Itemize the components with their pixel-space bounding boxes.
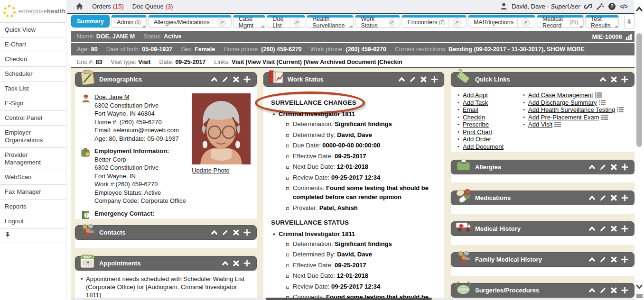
move-icon[interactable] xyxy=(243,76,251,83)
banner-link[interactable]: View Archived Document xyxy=(305,59,379,65)
quick-link-item[interactable]: Add Task xyxy=(457,99,518,107)
banner-link[interactable]: View Visit (Current) xyxy=(247,59,305,65)
edit-icon[interactable] xyxy=(222,229,229,236)
patient-name-link[interactable]: Doe, Jane M xyxy=(94,93,130,100)
quick-link-item[interactable]: Prescribe xyxy=(457,121,518,128)
quick-link-item[interactable]: Add Case Management xyxy=(522,91,630,99)
doc-queue-link[interactable]: Doc Queue(3) xyxy=(132,3,173,10)
tab-mar-injections[interactable]: MAR/Injections xyxy=(468,15,535,27)
quick-link-item[interactable]: Add Pre-Placement Exam xyxy=(522,114,630,121)
close-icon[interactable] xyxy=(610,76,617,83)
sidebar-item[interactable]: Reports xyxy=(0,200,66,214)
move-icon[interactable] xyxy=(621,256,628,263)
tab-case-mgmt[interactable]: Case Mgmt xyxy=(233,15,266,27)
chart-stats-icon[interactable] xyxy=(625,33,633,40)
scroll-up-arrow[interactable] xyxy=(636,6,643,12)
edit-icon[interactable] xyxy=(599,194,607,201)
edit-icon[interactable] xyxy=(222,76,229,83)
help-icon[interactable]: ? xyxy=(608,2,616,10)
sidebar-item[interactable]: Employer Organizations xyxy=(0,126,66,148)
close-icon[interactable] xyxy=(610,287,617,294)
move-icon[interactable] xyxy=(621,287,628,294)
tab-allergies-medications[interactable]: Allergies/Medications xyxy=(148,15,232,27)
popout-icon[interactable] xyxy=(218,18,226,27)
horizontal-scrollbar-thumb[interactable] xyxy=(266,298,432,300)
collapse-icon[interactable] xyxy=(222,260,229,267)
user-name[interactable]: David, Dave - SuperUser xyxy=(512,3,580,10)
quick-link-item[interactable]: Add Appt xyxy=(457,91,518,99)
sidebar-item[interactable]: Task List xyxy=(0,82,66,96)
sidebar-item[interactable]: Quick View xyxy=(0,23,66,37)
scroll-down-arrow[interactable] xyxy=(636,283,643,290)
tab-test-results[interactable]: Test Results xyxy=(585,15,619,27)
sidebar-item[interactable]: E-Chart xyxy=(0,37,66,52)
banner-link[interactable]: Checkin xyxy=(379,59,402,65)
sidebar-item[interactable]: Provider Management xyxy=(0,148,66,170)
edit-icon[interactable] xyxy=(599,256,607,263)
move-icon[interactable] xyxy=(621,164,628,171)
move-icon[interactable] xyxy=(621,76,628,83)
edit-icon[interactable] xyxy=(599,164,607,171)
quick-link-item[interactable]: Add Visit xyxy=(522,121,630,128)
close-icon[interactable] xyxy=(610,256,617,263)
link-icon[interactable] xyxy=(584,2,592,10)
tab-summary[interactable]: Summary xyxy=(71,15,110,27)
move-icon[interactable] xyxy=(243,260,251,267)
sidebar-item[interactable]: Fax Manager xyxy=(0,185,66,200)
sidebar-item[interactable]: E-Sign xyxy=(0,96,66,111)
popout-icon[interactable] xyxy=(389,18,394,27)
close-icon[interactable] xyxy=(610,194,617,201)
sidebar-pin-row[interactable] xyxy=(0,229,66,243)
sidebar-item[interactable]: Control Panel xyxy=(0,111,66,126)
collapse-icon[interactable] xyxy=(588,256,596,263)
code-icon[interactable]: </> xyxy=(620,3,628,10)
move-icon[interactable] xyxy=(621,194,628,201)
quick-link-item[interactable]: Print Chart xyxy=(457,128,518,136)
collapse-icon[interactable] xyxy=(211,229,218,236)
edit-icon[interactable] xyxy=(599,287,607,294)
sidebar-item[interactable]: Logout xyxy=(0,214,66,229)
tab-overflow-button[interactable] xyxy=(624,15,635,28)
tab-encounters[interactable]: Encounters(7) xyxy=(401,15,466,27)
quick-link-item[interactable]: Add Health Surveillance Testing xyxy=(522,106,630,114)
collapse-icon[interactable] xyxy=(398,76,405,83)
quick-link-item[interactable]: Add Discharge Summary xyxy=(522,99,630,107)
tab-work-status[interactable]: Work Status xyxy=(355,15,400,27)
close-icon[interactable] xyxy=(233,260,240,267)
restrictions-value[interactable]: Bending (09-02-2017 - 11-30-2017), SHOW … xyxy=(448,46,585,53)
close-icon[interactable] xyxy=(233,229,240,236)
sidebar-item[interactable]: WebScan xyxy=(0,170,66,185)
banner-link[interactable]: Visit xyxy=(232,59,247,65)
tab-admin[interactable]: Admin(6) xyxy=(111,15,147,27)
collapse-icon[interactable] xyxy=(211,76,218,83)
sidebar-item[interactable]: Scheduler xyxy=(0,67,66,82)
close-icon[interactable] xyxy=(420,76,427,83)
move-icon[interactable] xyxy=(621,225,628,232)
wand-icon[interactable] xyxy=(596,2,604,10)
move-icon[interactable] xyxy=(431,76,438,83)
close-icon[interactable] xyxy=(610,225,617,232)
edit-icon[interactable] xyxy=(409,76,416,83)
quick-link-item[interactable]: Email xyxy=(457,106,518,114)
collapse-icon[interactable] xyxy=(588,194,596,201)
edit-icon[interactable] xyxy=(599,225,607,232)
popout-icon[interactable] xyxy=(294,18,299,27)
collapse-icon[interactable] xyxy=(588,225,596,232)
popout-icon[interactable] xyxy=(522,18,530,27)
collapse-icon[interactable] xyxy=(588,287,596,294)
move-icon[interactable] xyxy=(243,229,251,236)
sidebar-item[interactable]: Checkin xyxy=(0,52,66,67)
scrollbar-thumb[interactable] xyxy=(636,33,642,147)
tab-medical-record[interactable]: Medical Record(21) xyxy=(537,15,584,27)
collapse-icon[interactable] xyxy=(599,76,607,83)
tab-health-surveillance[interactable]: Health Surveillance xyxy=(307,15,354,27)
orders-link[interactable]: Orders(15) xyxy=(92,3,124,10)
tab-due-list[interactable]: Due List xyxy=(267,15,305,27)
update-photo-link[interactable]: Update Photo xyxy=(192,166,230,175)
quick-link-item[interactable]: Checkin xyxy=(457,114,518,121)
close-icon[interactable] xyxy=(233,76,240,83)
quick-link-item[interactable]: Add Order xyxy=(457,136,518,143)
home-icon[interactable] xyxy=(75,2,84,10)
quick-link-item[interactable]: Add Document xyxy=(457,143,518,151)
close-icon[interactable] xyxy=(610,164,617,171)
